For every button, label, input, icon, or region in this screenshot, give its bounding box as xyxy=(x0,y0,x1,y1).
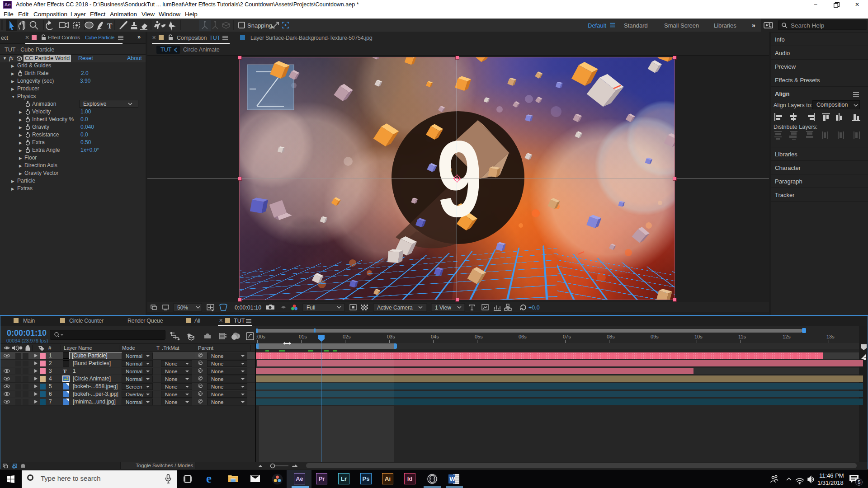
svg-text:Full: Full xyxy=(307,305,315,311)
svg-text:W: W xyxy=(449,476,455,483)
svg-text:Search Help: Search Help xyxy=(791,22,824,29)
svg-text:Parent: Parent xyxy=(198,345,214,351)
svg-text:50%: 50% xyxy=(177,305,188,311)
svg-text:12s: 12s xyxy=(783,334,791,339)
svg-text::00s: :00s xyxy=(256,334,265,339)
svg-text:09s: 09s xyxy=(651,334,659,339)
svg-text:07s: 07s xyxy=(563,334,571,339)
svg-text:13s: 13s xyxy=(826,334,835,339)
svg-text:T: T xyxy=(107,22,113,30)
svg-text:Layer Name: Layer Name xyxy=(64,345,92,351)
svg-text:05s: 05s xyxy=(475,334,483,339)
svg-text:5: 5 xyxy=(858,479,861,485)
svg-text:Mode: Mode xyxy=(122,345,135,351)
svg-text:T: T xyxy=(156,345,160,351)
svg-text:Default: Default xyxy=(588,22,607,29)
svg-text:Standard: Standard xyxy=(624,22,648,29)
svg-text:03s: 03s xyxy=(387,334,395,339)
svg-text:Snapping: Snapping xyxy=(247,22,272,29)
svg-text:.TrkMat: .TrkMat xyxy=(162,345,179,351)
svg-text:02s: 02s xyxy=(343,334,351,339)
svg-text:04s: 04s xyxy=(431,334,439,339)
svg-text:Libraries: Libraries xyxy=(714,22,736,29)
svg-text:10s: 10s xyxy=(694,334,703,339)
svg-text:01s: 01s xyxy=(299,334,307,339)
svg-text:0:00:01:10: 0:00:01:10 xyxy=(235,305,261,311)
svg-text:08s: 08s xyxy=(607,334,615,339)
svg-text:#: # xyxy=(48,345,52,351)
svg-text:Small Screen: Small Screen xyxy=(664,22,699,29)
svg-text:+0.0: +0.0 xyxy=(528,305,540,311)
svg-text:11s: 11s xyxy=(738,334,746,339)
svg-text:Active Camera: Active Camera xyxy=(377,305,413,311)
svg-text:06s: 06s xyxy=(519,334,527,339)
svg-text:»: » xyxy=(752,22,755,29)
svg-text:1 View: 1 View xyxy=(435,305,451,311)
